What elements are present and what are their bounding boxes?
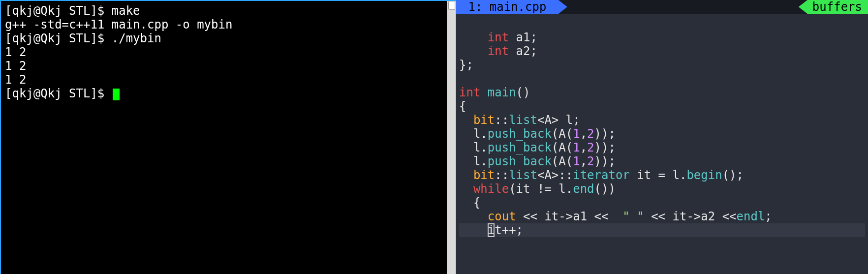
code-line: l.push_back(A(1,2));: [459, 127, 865, 141]
code-token: [459, 182, 473, 196]
code-token: << it->a2 <<: [644, 210, 737, 223]
code-token: (: [566, 141, 573, 154]
code-token: push_back: [488, 141, 552, 154]
code-token: (: [552, 127, 558, 141]
code-line: };: [459, 58, 865, 72]
code-token: main: [488, 86, 516, 99]
code-token: it = l.: [630, 168, 687, 182]
code-token: << it->a1 <<: [516, 210, 623, 223]
code-line: int a1;: [459, 30, 865, 44]
code-token: a2;: [509, 44, 537, 58]
code-token: endl: [737, 210, 765, 223]
code-line: [459, 72, 865, 86]
code-token: bit: [473, 168, 495, 182]
terminal-output: [qkj@Qkj STL]$ makeg++ -std=c++11 main.c…: [1, 1, 456, 103]
code-token: <A> l;: [537, 113, 580, 127]
code-line: while(it != l.end()): [459, 182, 865, 196]
code-line: it++;: [459, 223, 865, 237]
code-token: [459, 44, 488, 58]
editor-tabbar: 1: main.cpp buffers: [456, 0, 868, 14]
code-token: ();: [722, 168, 744, 182]
code-token: A: [558, 127, 565, 141]
editor-tab-label: 1: main.cpp: [461, 0, 554, 14]
code-token: " ": [622, 210, 644, 223]
code-token: (: [566, 154, 573, 168]
code-token: end: [573, 182, 594, 196]
code-token: l.: [459, 154, 488, 168]
terminal-line: [qkj@Qkj STL]$: [5, 87, 452, 100]
code-token: <A>::: [537, 168, 573, 182]
code-token: 2: [587, 141, 594, 154]
code-line: [459, 17, 865, 30]
code-line: bit::list<A> l;: [459, 113, 865, 127]
editor-tab-main[interactable]: 1: main.cpp: [456, 0, 567, 14]
code-token: [459, 113, 473, 127]
code-token: 1: [573, 141, 580, 154]
code-token: iterator: [573, 168, 630, 182]
code-line: int main(): [459, 86, 865, 99]
code-token: while: [473, 182, 509, 196]
terminal-command: make: [112, 4, 140, 18]
code-token: (): [516, 86, 530, 99]
terminal-line: [qkj@Qkj STL]$ make: [5, 4, 452, 18]
terminal-line: 1 2: [5, 73, 452, 87]
code-token: int: [488, 44, 509, 58]
code-token: ,: [580, 154, 587, 168]
buffers-button[interactable]: buffers: [799, 0, 868, 14]
code-token: (: [552, 141, 558, 154]
code-area[interactable]: int a1; int a2;}; int main(){ bit::list<…: [456, 14, 868, 237]
code-token: [459, 30, 488, 44]
editor-pane[interactable]: 1: main.cpp buffers int a1; int a2;}; in…: [456, 0, 868, 274]
code-line: {: [459, 99, 865, 113]
terminal-line: 1 2: [5, 59, 452, 73]
code-token: ()): [594, 182, 616, 196]
code-line: int a2;: [459, 44, 865, 58]
code-token: ));: [594, 141, 616, 154]
code-token: A: [558, 141, 565, 154]
code-token: 1: [573, 127, 580, 141]
code-token: int: [459, 86, 480, 99]
terminal-line: g++ -std=c++11 main.cpp -o mybin: [5, 18, 452, 31]
terminal-cursor: [113, 89, 120, 100]
code-token: {: [459, 196, 480, 210]
code-token: list: [509, 168, 537, 182]
code-token: list: [509, 113, 537, 127]
code-token: A: [558, 154, 565, 168]
code-token: push_back: [488, 154, 552, 168]
terminal-prompt: [qkj@Qkj STL]$: [5, 4, 112, 18]
code-token: ::: [495, 113, 509, 127]
terminal-prompt: [qkj@Qkj STL]$: [5, 87, 112, 100]
code-token: (: [552, 154, 558, 168]
code-line: {: [459, 196, 865, 210]
code-token: ));: [594, 154, 616, 168]
code-token: ));: [594, 127, 616, 141]
code-token: push_back: [488, 127, 552, 141]
code-line: l.push_back(A(1,2));: [459, 141, 865, 154]
code-token: cout: [488, 210, 516, 223]
code-token: {: [459, 99, 466, 113]
terminal-pane[interactable]: [qkj@Qkj STL]$ makeg++ -std=c++11 main.c…: [0, 0, 456, 274]
code-token: (it != l.: [509, 182, 573, 196]
code-line: cout << it->a1 << " " << it->a2 <<endl;: [459, 210, 865, 223]
code-token: ,: [580, 127, 587, 141]
terminal-line: [qkj@Qkj STL]$ ./mybin: [5, 31, 452, 45]
code-token: 1: [573, 154, 580, 168]
editor-cursor: i: [488, 223, 495, 237]
buffers-label: buffers: [812, 0, 862, 14]
terminal-scroll-thumb[interactable]: [448, 1, 455, 10]
code-line: bit::list<A>::iterator it = l.begin();: [459, 168, 865, 182]
terminal-command: ./mybin: [112, 31, 161, 45]
code-token: [459, 168, 473, 182]
code-token: [459, 223, 488, 237]
terminal-prompt: [qkj@Qkj STL]$: [5, 31, 112, 45]
terminal-scrollbar[interactable]: [447, 1, 456, 274]
code-token: a1;: [509, 30, 537, 44]
code-token: begin: [686, 168, 722, 182]
code-token: l.: [459, 127, 488, 141]
code-token: bit: [473, 113, 495, 127]
code-token: 2: [587, 127, 594, 141]
tabbar-spacer: [567, 0, 799, 14]
code-token: 2: [587, 154, 594, 168]
code-token: ;: [765, 210, 772, 223]
code-token: ::: [495, 168, 509, 182]
